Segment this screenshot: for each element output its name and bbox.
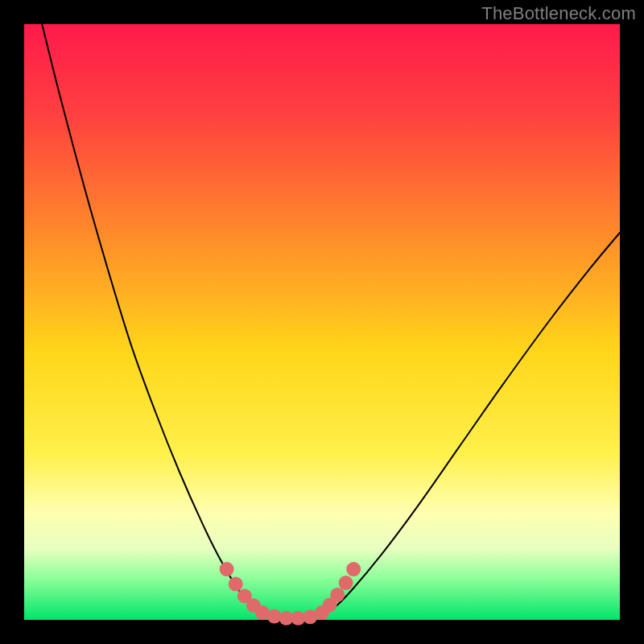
marker-dot (346, 562, 361, 576)
plot-background (24, 24, 620, 620)
watermark-text: TheBottleneck.com (481, 3, 636, 24)
marker-dot (330, 588, 345, 602)
marker-dot (339, 576, 353, 590)
marker-dot (220, 562, 234, 576)
bottleneck-chart (0, 0, 644, 644)
marker-dot (229, 577, 243, 592)
chart-stage: TheBottleneck.com (0, 0, 644, 644)
